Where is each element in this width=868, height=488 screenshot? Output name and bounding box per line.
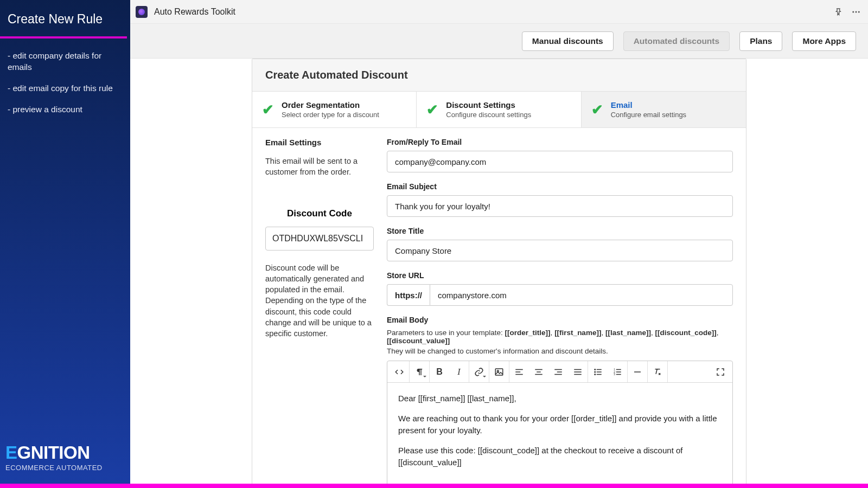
sidebar-title: Create New Rule [0,0,130,36]
plans-button[interactable]: Plans [739,31,782,51]
store-url-input[interactable] [430,284,733,306]
svg-point-7 [595,374,596,375]
clear-format-icon[interactable] [648,361,667,382]
paragraph-format-icon[interactable] [410,361,429,382]
svg-rect-3 [495,369,503,375]
main: Auto Rewards Toolkit Manual discounts Au… [130,0,868,484]
brand-logo: EGNITION [5,444,103,461]
rich-text-editor: B I [387,361,733,484]
step-title: Email [611,100,686,110]
store-url-prefix: https:// [387,284,430,306]
editor-toolbar: B I [387,361,732,383]
store-url-group: https:// [387,284,733,306]
ordered-list-icon[interactable]: 123 [608,361,627,382]
email-body-params-note: Parameters to use in your template: [[or… [387,329,733,345]
from-email-label: From/Reply To Email [387,138,733,146]
editor-content[interactable]: Dear [[first_name]] [[last_name]], We ar… [387,383,732,484]
discount-code-field[interactable] [265,227,374,251]
fullscreen-icon[interactable] [711,361,730,382]
align-left-icon[interactable] [509,361,529,382]
subject-label: Email Subject [387,182,733,191]
email-settings-heading: Email Settings [265,138,374,147]
brand: EGNITION ECOMMERCE AUTOMATED [5,444,103,472]
step-subtitle: Configure email settings [611,111,686,119]
unordered-list-icon[interactable] [588,361,608,382]
workspace: Create Automated Discount ✔ Order Segmen… [130,59,868,484]
topbar: Auto Rewards Toolkit [130,0,868,24]
check-icon: ✔ [262,101,274,118]
horizontal-rule-icon[interactable] [628,361,647,382]
sidebar-nav: - edit company details for emails - edit… [0,44,130,123]
pin-icon[interactable] [832,5,845,18]
email-body-label: Email Body [387,316,733,324]
store-url-label: Store URL [387,271,733,280]
bold-icon[interactable]: B [430,361,449,382]
body-paragraph: Please use this code: [[discount_code]] … [398,445,722,469]
automated-discounts-button[interactable]: Automated discounts [623,31,730,51]
app-icon [136,6,148,18]
bottom-accent-bar [0,484,868,488]
more-apps-button[interactable]: More Apps [792,31,856,51]
panel-body: Email Settings This email will be sent t… [252,128,746,484]
from-email-input[interactable] [387,151,733,172]
left-column: Email Settings This email will be sent t… [265,138,374,484]
svg-point-6 [595,371,596,373]
store-title-label: Store Title [387,227,733,235]
code-view-icon[interactable] [390,361,409,382]
align-right-icon[interactable] [548,361,568,382]
brand-tagline: ECOMMERCE AUTOMATED [5,464,103,472]
wizard-steps: ✔ Order SegmentationSelect order type fo… [252,92,746,128]
panel-title: Create Automated Discount [252,59,746,92]
image-icon[interactable] [489,361,509,382]
svg-point-0 [852,11,854,12]
sidebar-item-email-copy[interactable]: - edit email copy for this rule [8,79,123,100]
subject-input[interactable] [387,195,733,217]
sidebar-item-preview[interactable]: - preview a discount [8,100,123,121]
step-discount-settings[interactable]: ✔ Discount SettingsConfigure discount se… [417,92,581,127]
svg-point-2 [858,11,860,12]
step-email[interactable]: ✔ EmailConfigure email settings [582,92,746,127]
sidebar: Create New Rule - edit company details f… [0,0,130,484]
italic-icon[interactable]: I [449,361,469,382]
svg-point-1 [856,11,857,12]
step-subtitle: Configure discount settings [446,111,531,119]
store-title-input[interactable] [387,240,733,261]
step-title: Order Segmentation [282,100,379,110]
sidebar-item-company-details[interactable]: - edit company details for emails [8,46,123,79]
sidebar-title-underline [0,36,127,38]
align-center-icon[interactable] [529,361,548,382]
panel: Create Automated Discount ✔ Order Segmen… [252,59,746,484]
check-icon: ✔ [591,101,603,118]
link-icon[interactable] [469,361,489,382]
more-icon[interactable] [850,5,863,18]
right-column: From/Reply To Email Email Subject Store … [387,138,733,484]
app-name: Auto Rewards Toolkit [154,7,235,17]
body-paragraph: Dear [[first_name]] [[last_name]], [398,393,722,405]
align-justify-icon[interactable] [568,361,588,382]
step-title: Discount Settings [446,100,531,110]
discount-code-heading: Discount Code [265,208,374,219]
email-settings-desc: This email will be sent to a customer fr… [265,156,374,178]
toolbar: Manual discounts Automated discounts Pla… [130,24,868,59]
step-subtitle: Select order type for a discount [282,111,379,119]
check-icon: ✔ [426,101,438,118]
body-paragraph: We are reaching out to thank you for you… [398,413,722,437]
step-order-segmentation[interactable]: ✔ Order SegmentationSelect order type fo… [252,92,417,127]
manual-discounts-button[interactable]: Manual discounts [522,31,614,51]
discount-code-note: Discount code will be automatically gene… [265,262,374,339]
svg-text:3: 3 [614,373,615,376]
email-body-note2: They will be changed to customer's infor… [387,347,733,355]
svg-point-5 [595,369,596,370]
